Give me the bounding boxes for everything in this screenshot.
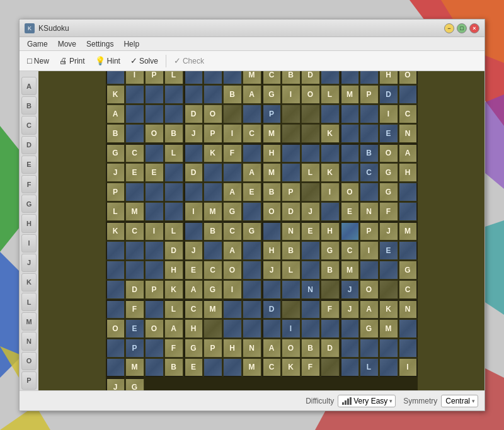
- table-row[interactable]: [321, 71, 340, 84]
- table-row[interactable]: [262, 280, 281, 299]
- table-row[interactable]: [243, 300, 261, 319]
- table-row[interactable]: [340, 144, 359, 162]
- table-row[interactable]: B: [301, 339, 320, 358]
- maximize-button[interactable]: □: [457, 23, 467, 33]
- table-row[interactable]: M: [125, 358, 144, 377]
- table-row[interactable]: [125, 261, 144, 280]
- table-row[interactable]: O: [340, 183, 359, 201]
- table-row[interactable]: B: [321, 261, 340, 280]
- table-row[interactable]: H: [379, 71, 398, 84]
- table-row[interactable]: G: [203, 280, 222, 299]
- table-row[interactable]: D: [282, 202, 301, 221]
- table-row[interactable]: J: [106, 378, 125, 391]
- table-row[interactable]: J: [184, 124, 203, 143]
- table-row[interactable]: D: [301, 71, 320, 84]
- table-row[interactable]: [399, 183, 418, 201]
- table-row[interactable]: O: [145, 124, 164, 143]
- table-row[interactable]: O: [223, 261, 242, 280]
- table-row[interactable]: [301, 144, 320, 162]
- table-row[interactable]: [164, 183, 183, 201]
- table-row[interactable]: [360, 261, 379, 280]
- table-row[interactable]: [340, 71, 359, 84]
- table-row[interactable]: [106, 339, 125, 358]
- table-row[interactable]: O: [360, 280, 379, 299]
- table-row[interactable]: L: [164, 71, 183, 84]
- table-row[interactable]: [223, 105, 242, 123]
- table-row[interactable]: O: [282, 339, 301, 358]
- table-row[interactable]: P: [203, 124, 222, 143]
- table-row[interactable]: F: [379, 202, 398, 221]
- table-row[interactable]: [184, 144, 203, 162]
- table-row[interactable]: [145, 300, 164, 319]
- table-row[interactable]: [340, 339, 359, 358]
- table-row[interactable]: [379, 339, 398, 358]
- table-row[interactable]: [106, 280, 125, 299]
- table-row[interactable]: [243, 261, 261, 280]
- table-row[interactable]: [282, 144, 301, 162]
- table-row[interactable]: F: [301, 358, 320, 377]
- table-row[interactable]: [203, 71, 222, 84]
- table-row[interactable]: [340, 222, 359, 240]
- table-row[interactable]: [164, 85, 183, 104]
- table-row[interactable]: M: [340, 261, 359, 280]
- table-row[interactable]: E: [243, 183, 261, 201]
- table-row[interactable]: F: [321, 300, 340, 319]
- table-row[interactable]: [223, 300, 242, 319]
- table-row[interactable]: B: [164, 124, 183, 143]
- menu-move[interactable]: Move: [53, 38, 81, 50]
- table-row[interactable]: C: [399, 280, 418, 299]
- table-row[interactable]: P: [145, 71, 164, 84]
- table-row[interactable]: [340, 105, 359, 123]
- table-row[interactable]: A: [223, 183, 242, 201]
- table-row[interactable]: C: [223, 222, 242, 240]
- table-row[interactable]: G: [379, 163, 398, 182]
- table-row[interactable]: C: [125, 144, 144, 162]
- table-row[interactable]: L: [164, 300, 183, 319]
- table-row[interactable]: K: [106, 85, 125, 104]
- table-row[interactable]: [145, 358, 164, 377]
- table-row[interactable]: M: [262, 124, 281, 143]
- solve-button[interactable]: ✓ Solve: [127, 54, 162, 67]
- table-row[interactable]: I: [360, 241, 379, 260]
- table-row[interactable]: [321, 202, 340, 221]
- table-row[interactable]: I: [125, 71, 144, 84]
- table-row[interactable]: M: [379, 319, 398, 338]
- table-row[interactable]: [125, 85, 144, 104]
- table-row[interactable]: B: [164, 358, 183, 377]
- table-row[interactable]: H: [262, 144, 281, 162]
- table-row[interactable]: I: [145, 222, 164, 240]
- table-row[interactable]: G: [125, 378, 144, 391]
- table-row[interactable]: [379, 358, 398, 377]
- table-row[interactable]: F: [223, 144, 242, 162]
- table-row[interactable]: M: [399, 222, 418, 240]
- table-row[interactable]: G: [399, 261, 418, 280]
- table-row[interactable]: [301, 319, 320, 338]
- table-row[interactable]: [340, 163, 359, 182]
- table-row[interactable]: E: [125, 319, 144, 338]
- table-row[interactable]: [399, 319, 418, 338]
- table-row[interactable]: [203, 319, 222, 338]
- table-row[interactable]: B: [282, 71, 301, 84]
- table-row[interactable]: [360, 183, 379, 201]
- table-row[interactable]: N: [282, 222, 301, 240]
- table-row[interactable]: [282, 124, 301, 143]
- table-row[interactable]: [301, 124, 320, 143]
- table-row[interactable]: C: [262, 358, 281, 377]
- print-button[interactable]: 🖨 Print: [55, 54, 89, 67]
- table-row[interactable]: N: [243, 339, 261, 358]
- table-row[interactable]: [399, 339, 418, 358]
- table-row[interactable]: E: [301, 222, 320, 240]
- table-row[interactable]: [145, 105, 164, 123]
- table-row[interactable]: O: [399, 71, 418, 84]
- table-row[interactable]: [340, 319, 359, 338]
- table-row[interactable]: [360, 124, 379, 143]
- difficulty-dropdown[interactable]: Very Easy ▾: [338, 395, 396, 407]
- table-row[interactable]: [243, 105, 261, 123]
- table-row[interactable]: E: [125, 163, 144, 182]
- table-row[interactable]: [243, 144, 261, 162]
- table-row[interactable]: G: [223, 202, 242, 221]
- table-row[interactable]: [321, 319, 340, 338]
- table-row[interactable]: G: [262, 85, 281, 104]
- table-row[interactable]: [164, 202, 183, 221]
- table-row[interactable]: A: [184, 280, 203, 299]
